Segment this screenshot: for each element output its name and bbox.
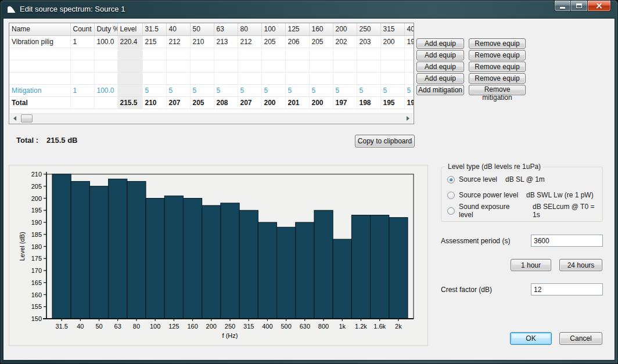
table-cell[interactable]: 205 bbox=[190, 96, 214, 109]
remove-equip-button[interactable]: Remove equip bbox=[469, 73, 526, 84]
table-cell[interactable]: Mitigation bbox=[9, 84, 70, 96]
one-hour-button[interactable]: 1 hour bbox=[511, 259, 551, 271]
level-type-option[interactable]: Source power leveldB SWL Lw (re 1 pW) bbox=[447, 191, 594, 199]
column-header[interactable]: 63 bbox=[214, 23, 238, 35]
table-cell[interactable]: 210 bbox=[190, 35, 214, 48]
assessment-period-input[interactable] bbox=[531, 235, 603, 247]
ok-button[interactable]: OK bbox=[510, 332, 552, 345]
table-cell[interactable] bbox=[70, 60, 94, 72]
table-cell[interactable] bbox=[404, 48, 414, 60]
table-cell[interactable] bbox=[70, 72, 94, 84]
table-cell[interactable]: 5 bbox=[380, 84, 404, 96]
radio-button[interactable] bbox=[447, 207, 455, 215]
table-cell[interactable]: 200 bbox=[261, 96, 285, 109]
column-header[interactable]: 160 bbox=[309, 23, 333, 35]
table-cell[interactable]: 1 bbox=[70, 35, 94, 48]
column-header[interactable]: 40 bbox=[166, 23, 190, 35]
table-cell[interactable] bbox=[238, 72, 261, 84]
add-equip-button[interactable]: Add equip bbox=[416, 50, 464, 60]
column-header[interactable]: 315 bbox=[380, 23, 404, 35]
table-cell[interactable]: 206 bbox=[285, 35, 309, 48]
table-cell[interactable] bbox=[190, 72, 214, 84]
table-cell[interactable]: 213 bbox=[214, 35, 238, 48]
table-cell[interactable]: 5 bbox=[238, 84, 261, 96]
table-cell[interactable]: 202 bbox=[333, 35, 357, 48]
table-cell[interactable] bbox=[166, 72, 190, 84]
scroll-right-button[interactable] bbox=[403, 114, 413, 123]
table-cell[interactable] bbox=[238, 48, 261, 60]
level-type-option[interactable]: Sound exposure leveldB SELcum @ T0 = 1s bbox=[447, 207, 602, 215]
table-cell[interactable] bbox=[190, 48, 214, 60]
table-cell[interactable] bbox=[380, 48, 404, 60]
add-mitigation-button[interactable]: Add mitigation bbox=[416, 85, 464, 95]
table-cell[interactable]: 212 bbox=[166, 35, 190, 48]
remove-mitigation-button[interactable]: Remove mitigation bbox=[469, 85, 526, 95]
table-cell[interactable]: 200 bbox=[309, 96, 333, 109]
table-cell[interactable]: 100.0 bbox=[94, 35, 117, 48]
maximize-button[interactable] bbox=[571, 1, 587, 12]
table-cell[interactable] bbox=[404, 72, 414, 84]
table-cell[interactable]: 5 bbox=[404, 84, 414, 96]
table-cell[interactable] bbox=[333, 48, 357, 60]
table-cell[interactable] bbox=[238, 60, 261, 72]
table-cell[interactable]: 5 bbox=[214, 84, 238, 96]
table-cell[interactable]: 210 bbox=[142, 96, 166, 109]
table-cell[interactable] bbox=[261, 48, 285, 60]
cancel-button[interactable]: Cancel bbox=[559, 332, 602, 345]
column-header[interactable]: 80 bbox=[238, 23, 261, 35]
table-cell[interactable]: 5 bbox=[142, 84, 166, 96]
table-cell[interactable]: 5 bbox=[357, 84, 380, 96]
scroll-left-button[interactable] bbox=[10, 114, 20, 123]
scrollbar-thumb[interactable] bbox=[21, 114, 33, 122]
remove-equip-button[interactable]: Remove equip bbox=[469, 38, 526, 49]
add-equip-button[interactable]: Add equip bbox=[416, 38, 464, 49]
table-cell[interactable]: 5 bbox=[333, 84, 357, 96]
table-cell[interactable]: 1 bbox=[70, 84, 94, 96]
table-cell[interactable] bbox=[404, 60, 414, 72]
column-header[interactable]: Duty % bbox=[94, 23, 117, 35]
table-cell[interactable]: Total bbox=[9, 96, 70, 109]
table-cell[interactable] bbox=[380, 60, 404, 72]
add-equip-button[interactable]: Add equip bbox=[416, 73, 464, 84]
table-cell[interactable] bbox=[94, 72, 117, 84]
table-cell[interactable] bbox=[142, 72, 166, 84]
table-cell[interactable]: 190 bbox=[404, 96, 414, 109]
table-cell[interactable]: 100.0 bbox=[94, 84, 117, 96]
table-cell[interactable] bbox=[214, 60, 238, 72]
table-cell[interactable]: 5 bbox=[190, 84, 214, 96]
table-cell[interactable]: 197 bbox=[333, 96, 357, 109]
remove-equip-button[interactable]: Remove equip bbox=[469, 50, 526, 60]
table-cell[interactable] bbox=[261, 72, 285, 84]
table-cell[interactable]: 207 bbox=[238, 96, 261, 109]
table-cell[interactable] bbox=[357, 48, 380, 60]
table-cell[interactable]: 205 bbox=[309, 35, 333, 48]
table-cell[interactable]: 205 bbox=[261, 35, 285, 48]
table-cell[interactable] bbox=[70, 96, 94, 109]
column-header[interactable]: 200 bbox=[333, 23, 357, 35]
table-cell[interactable] bbox=[285, 60, 309, 72]
table-cell[interactable] bbox=[94, 48, 117, 60]
table-cell[interactable]: 5 bbox=[166, 84, 190, 96]
remove-equip-button[interactable]: Remove equip bbox=[469, 62, 526, 72]
table-cell[interactable] bbox=[117, 60, 142, 72]
close-button[interactable] bbox=[587, 1, 611, 12]
title-bar[interactable]: Edit source spectrum: Source 1 bbox=[1, 1, 617, 18]
table-cell[interactable]: 203 bbox=[357, 35, 380, 48]
column-header[interactable]: 400 bbox=[404, 23, 414, 35]
table-cell[interactable]: 5 bbox=[285, 84, 309, 96]
table-cell[interactable]: 200 bbox=[380, 35, 404, 48]
column-header[interactable]: 50 bbox=[190, 23, 214, 35]
table-cell[interactable] bbox=[9, 60, 70, 72]
table-cell[interactable] bbox=[94, 96, 117, 109]
add-equip-button[interactable]: Add equip bbox=[416, 62, 464, 72]
copy-to-clipboard-button[interactable]: Copy to clipboard bbox=[355, 135, 415, 147]
crest-factor-input[interactable] bbox=[531, 283, 603, 295]
table-cell[interactable] bbox=[357, 60, 380, 72]
column-header[interactable]: 31.5 bbox=[142, 23, 166, 35]
table-cell[interactable] bbox=[309, 48, 333, 60]
table-cell[interactable] bbox=[94, 60, 117, 72]
table-cell[interactable] bbox=[9, 48, 70, 60]
table-cell[interactable] bbox=[380, 72, 404, 84]
column-header[interactable]: 250 bbox=[357, 23, 380, 35]
table-cell[interactable] bbox=[261, 60, 285, 72]
